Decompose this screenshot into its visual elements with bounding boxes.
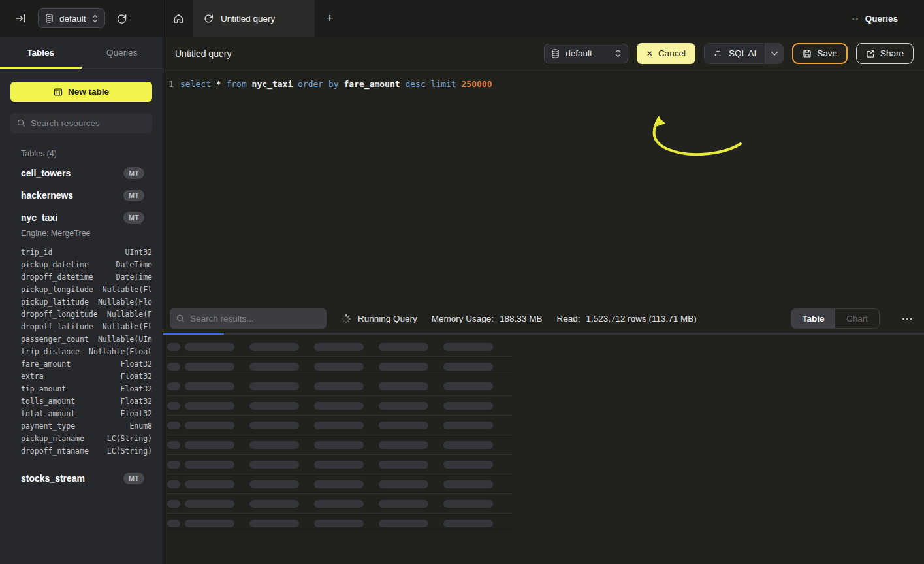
- sql-code[interactable]: select * from nyc_taxi order by fare_amo…: [180, 78, 492, 91]
- column-name: dropoff_ntaname: [21, 446, 89, 456]
- sql-ai-button[interactable]: SQL AI: [704, 43, 784, 64]
- tab-strip: Untitled query +: [163, 0, 345, 37]
- sql-ai-main[interactable]: SQL AI: [705, 44, 765, 63]
- sql-ai-dropdown[interactable]: [765, 44, 783, 63]
- column-row: dropoff_ntanameLC(String): [10, 444, 152, 457]
- skeleton-cell: [167, 382, 180, 390]
- skeleton-cell: [185, 402, 234, 410]
- results-search[interactable]: [170, 308, 327, 329]
- column-name: fare_amount: [21, 359, 71, 369]
- skeleton-cell: [314, 500, 364, 508]
- topbar-spacer: [345, 0, 846, 37]
- column-type: Float32: [121, 409, 152, 418]
- column-type: Enum8: [129, 422, 152, 431]
- query-title: Untitled query: [175, 48, 231, 59]
- column-name: tolls_amount: [21, 397, 75, 406]
- save-button[interactable]: Save: [792, 43, 848, 64]
- column-type: Float32: [121, 359, 152, 369]
- column-name: trip_id: [21, 248, 52, 257]
- spinner-icon: [341, 314, 351, 324]
- resource-search[interactable]: [10, 113, 152, 133]
- skeleton-cell: [379, 382, 428, 390]
- skeleton-row: [167, 455, 512, 474]
- skeleton-cell: [167, 343, 180, 351]
- resource-search-input[interactable]: [31, 118, 146, 128]
- chevron-updown-icon: [92, 14, 98, 23]
- sidebar-collapse-icon[interactable]: [12, 9, 30, 27]
- engine-info: Engine: MergeTree: [10, 229, 152, 244]
- sql-ai-label: SQL AI: [729, 48, 756, 58]
- column-row: pickup_datetimeDateTime: [10, 258, 152, 271]
- home-button[interactable]: [163, 0, 193, 37]
- column-name: passenger_count: [21, 335, 89, 344]
- skeleton-cell: [379, 500, 428, 508]
- code-line[interactable]: 1 select * from nyc_taxi order by fare_a…: [163, 78, 924, 91]
- skeleton-cell: [443, 461, 493, 469]
- column-row: tip_amountFloat32: [10, 382, 152, 395]
- more-options-button[interactable]: ···: [902, 313, 914, 324]
- column-row: pickup_longitudeNullable(Fl: [10, 283, 152, 295]
- skeleton-row: [167, 494, 512, 514]
- column-type: Float32: [121, 397, 152, 406]
- results-search-input[interactable]: [190, 314, 320, 323]
- memory-label: Memory Usage:: [432, 314, 494, 323]
- skeleton-cell: [185, 520, 234, 527]
- skeleton-cell: [443, 402, 493, 410]
- query-database-selector[interactable]: default: [544, 44, 628, 63]
- skeleton-cell: [314, 382, 364, 390]
- sparkles-icon: [713, 48, 723, 58]
- tab-untitled-query[interactable]: Untitled query: [193, 0, 315, 37]
- skeleton-cell: [167, 363, 180, 371]
- column-type: LC(String): [107, 434, 152, 443]
- share-button[interactable]: Share: [856, 43, 914, 64]
- sql-editor[interactable]: 1 select * from nyc_taxi order by fare_a…: [163, 71, 924, 305]
- column-row: total_amountFloat32: [10, 407, 152, 420]
- queries-link[interactable]: ·· Queries: [846, 0, 924, 37]
- cancel-button[interactable]: ✕ Cancel: [637, 43, 695, 64]
- refresh-icon[interactable]: [113, 9, 131, 27]
- column-row: trip_idUInt32: [10, 246, 152, 258]
- topbar: default Untitled query + ··: [0, 0, 924, 37]
- skeleton-row: [167, 474, 512, 494]
- skeleton-cell: [379, 461, 428, 469]
- table-item-stocks-stream[interactable]: stocks_stream MT: [10, 467, 152, 489]
- skeleton-cell: [185, 480, 234, 488]
- header-controls: default ✕ Cancel: [544, 43, 914, 64]
- toggle-chart[interactable]: Chart: [835, 309, 879, 328]
- sql-token: by: [328, 79, 339, 89]
- line-number: 1: [163, 78, 180, 91]
- column-name: pickup_ntaname: [21, 434, 84, 443]
- topbar-left: default: [0, 0, 163, 37]
- skeleton-row: [167, 435, 512, 455]
- database-icon: [45, 14, 54, 23]
- sidebar-tab-queries[interactable]: Queries: [82, 37, 163, 68]
- column-type: Float32: [121, 372, 152, 381]
- table-item-nyc-taxi[interactable]: nyc_taxi MT: [10, 207, 152, 229]
- sidebar-tab-tables[interactable]: Tables: [0, 37, 82, 68]
- toggle-table[interactable]: Table: [791, 309, 835, 328]
- column-row: pickup_latitudeNullable(Flo: [10, 295, 152, 308]
- column-type: LC(String): [107, 446, 152, 456]
- skeleton-cell: [443, 382, 493, 390]
- share-icon: [866, 49, 875, 58]
- column-row: passenger_countNullable(UIn: [10, 333, 152, 345]
- skeleton-cell: [379, 441, 428, 449]
- table-name: nyc_taxi: [21, 212, 57, 223]
- skeleton-cell: [314, 402, 364, 410]
- skeleton-cell: [249, 520, 299, 527]
- engine-badge: MT: [123, 190, 144, 201]
- sql-token: order: [298, 79, 323, 89]
- sql-token: 250000: [462, 79, 492, 89]
- database-selector[interactable]: default: [38, 8, 105, 28]
- table-item-cell-towers[interactable]: cell_towers MT: [10, 162, 152, 184]
- sidebar-body: New table Tables (4) cell_towers MT hack…: [0, 69, 163, 564]
- engine-badge: MT: [123, 473, 144, 484]
- column-name: tip_amount: [21, 384, 66, 393]
- new-table-button[interactable]: New table: [10, 82, 152, 102]
- skeleton-row: [167, 396, 512, 416]
- skeleton-cell: [443, 343, 493, 351]
- new-tab-button[interactable]: +: [315, 0, 345, 37]
- table-item-hackernews[interactable]: hackernews MT: [10, 184, 152, 207]
- tables-section-label: Tables (4): [21, 149, 152, 158]
- column-name: pickup_datetime: [21, 260, 89, 269]
